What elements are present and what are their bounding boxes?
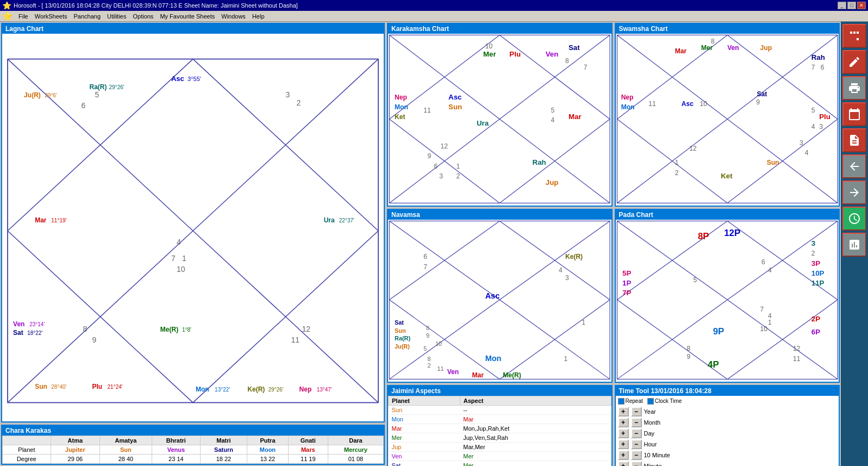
menu-help[interactable]: Help (249, 13, 268, 20)
svg-text:Sat: Sat (569, 44, 580, 52)
deg-dara: 01 08 (328, 455, 383, 464)
menu-file[interactable]: File (15, 13, 32, 20)
planet-putra: Moon (247, 445, 289, 455)
planet-mer: Mer (389, 433, 460, 442)
print-btn[interactable] (842, 76, 866, 100)
saturn-deg: 18°22' (27, 330, 42, 336)
planet-gnati: Mars (288, 445, 328, 455)
menu-favourite[interactable]: My Favourite Sheets (157, 13, 218, 20)
svg-text:11: 11 (792, 355, 800, 362)
10min-plus-btn[interactable]: + (618, 450, 629, 460)
planet-sun: Sun (389, 405, 460, 414)
rahu-deg: 29°26' (109, 84, 124, 90)
jaimini-row-mon: Mon Mar (389, 414, 611, 424)
time-tool-section: Time Tool 13/01/2016 18:04:28 Repeat Clo… (615, 385, 840, 466)
clock-btn[interactable] (842, 207, 866, 231)
svg-text:Asc: Asc (448, 93, 461, 101)
day-label: Day (644, 430, 837, 437)
aspect-sun: -- (460, 405, 611, 414)
uranus-deg: 22°37' (339, 218, 354, 223)
planet-ven: Ven (389, 451, 460, 461)
svg-text:Mer: Mer (483, 50, 496, 58)
planet-mar: Mar (389, 424, 460, 433)
svg-text:5: 5 (811, 107, 815, 114)
chara-planet-row: Planet Jupiter Sun Venus Saturn Moon Mar… (3, 445, 384, 455)
svg-text:1: 1 (582, 319, 585, 326)
svg-text:5P: 5P (622, 269, 631, 277)
svg-text:Ke(R): Ke(R) (565, 253, 583, 260)
title-controls[interactable]: _ □ ✕ (838, 2, 866, 9)
col-gnati: Gnati (288, 436, 328, 445)
time-row-day: + − Day (618, 428, 837, 438)
svg-text:1: 1 (457, 163, 460, 170)
svg-text:10: 10 (435, 340, 442, 347)
svg-text:11: 11 (423, 107, 431, 114)
menu-panchang[interactable]: Panchang (70, 13, 104, 20)
venus-label: Ven (13, 320, 24, 328)
minute-minus-btn[interactable]: − (631, 461, 642, 466)
svg-text:4P: 4P (708, 359, 719, 370)
svg-text:2: 2 (811, 250, 815, 257)
svg-text:Sun: Sun (395, 327, 406, 334)
forward-btn[interactable] (842, 181, 866, 204)
calendar-btn[interactable] (842, 102, 866, 126)
time-row-10min: + − 10 Minute (618, 450, 837, 460)
report-btn[interactable] (842, 233, 866, 257)
svg-text:7: 7 (584, 64, 588, 71)
svg-text:3: 3 (819, 123, 823, 131)
menu-utilities[interactable]: Utilities (104, 13, 129, 20)
notes-btn[interactable] (842, 128, 866, 152)
10min-minus-btn[interactable]: − (631, 450, 642, 460)
svg-text:6: 6 (820, 64, 824, 71)
svg-text:8: 8 (565, 57, 569, 65)
day-plus-btn[interactable]: + (618, 428, 629, 438)
repeat-option[interactable]: Repeat (618, 398, 643, 405)
minute-plus-btn[interactable]: + (618, 461, 629, 466)
back-btn[interactable] (842, 154, 866, 178)
clock-option[interactable]: Clock Time (647, 398, 682, 405)
minimize-btn[interactable]: _ (838, 2, 846, 9)
jaimini-row-mer: Mer Jup,Ven,Sat,Rah (389, 433, 611, 442)
jaimini-row-sun: Sun -- (389, 405, 611, 414)
menu-options[interactable]: Options (129, 13, 157, 20)
svg-text:8: 8 (427, 355, 430, 362)
lagna-chart: Lagna Chart (1, 23, 385, 422)
swamsha-header: Swamsha Chart (616, 24, 839, 34)
svg-text:3: 3 (800, 139, 803, 147)
close-btn[interactable]: ✕ (857, 2, 866, 9)
month-label: Month (644, 419, 837, 426)
neptune-deg: 13°47' (317, 387, 332, 393)
month-minus-btn[interactable]: − (631, 418, 642, 427)
year-plus-btn[interactable]: + (618, 407, 629, 417)
house-9: 9 (92, 335, 96, 344)
tools-btn[interactable] (842, 24, 866, 48)
maximize-btn[interactable]: □ (847, 2, 856, 9)
row-degree-label: Degree (3, 455, 51, 464)
time-row-month: + − Month (618, 418, 837, 427)
chara-table: Atma Amatya Bhratri Matri Putra Gnati Da… (2, 436, 384, 464)
svg-text:Plu: Plu (509, 50, 521, 58)
menu-windows[interactable]: Windows (218, 13, 249, 20)
jaimini-section: Jaimini Aspects Planet Aspect Sun -- (387, 385, 613, 466)
svg-text:Ura: Ura (477, 119, 489, 127)
year-minus-btn[interactable]: − (631, 407, 642, 417)
jaimini-col-planet: Planet (389, 396, 460, 405)
hour-minus-btn[interactable]: − (631, 439, 642, 449)
svg-text:Mar: Mar (569, 113, 582, 121)
month-plus-btn[interactable]: + (618, 418, 629, 427)
hour-plus-btn[interactable]: + (618, 439, 629, 449)
aspect-mar: Mon,Jup,Rah,Ket (460, 424, 611, 433)
day-minus-btn[interactable]: − (631, 428, 642, 438)
edit-btn[interactable] (842, 50, 866, 74)
chara-degree-row: Degree 29 06 28 40 23 14 18 22 13 22 11 … (3, 455, 384, 464)
svg-text:1: 1 (768, 319, 772, 326)
charts-container: Karakamsha Chart Mer Plu 10 Ven (386, 22, 841, 466)
repeat-checkbox[interactable] (618, 398, 625, 405)
ketu-bottom: Ke(R) (247, 386, 265, 393)
svg-text:7P: 7P (622, 289, 631, 297)
time-tool-header: Time Tool 13/01/2016 18:04:28 (616, 386, 839, 396)
menu-worksheets[interactable]: WorkSheets (32, 13, 71, 20)
house-7: 7 (171, 254, 176, 263)
asc-label: Asc (171, 74, 184, 83)
clock-checkbox[interactable] (647, 398, 654, 405)
